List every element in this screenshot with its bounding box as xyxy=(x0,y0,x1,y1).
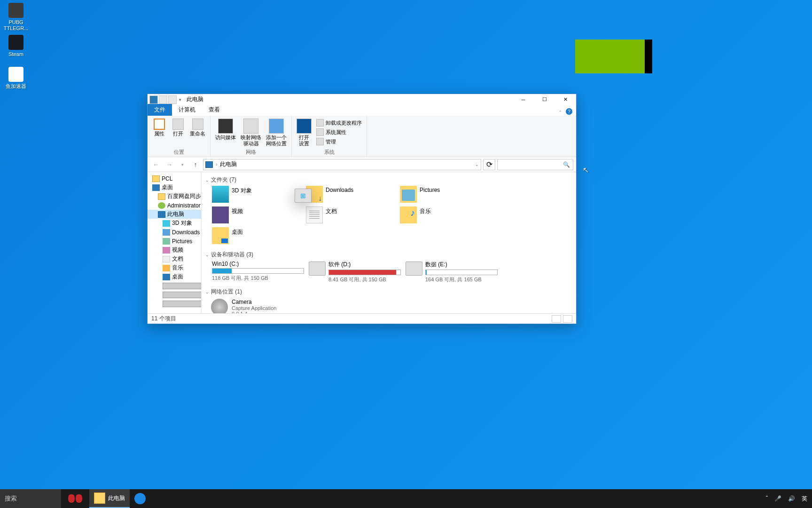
desktop-icon[interactable]: 鱼加速器 xyxy=(2,67,30,89)
tree-node[interactable]: 桌面 xyxy=(148,272,201,281)
refresh-button[interactable]: ⟳ xyxy=(483,159,495,170)
folder-item[interactable]: 视频 xyxy=(211,206,305,226)
tree-node[interactable]: PCL xyxy=(148,174,201,183)
tray-mic-icon[interactable]: 🎤 xyxy=(774,495,781,502)
folder-item[interactable]: Downloads xyxy=(305,185,399,206)
address-bar[interactable]: › 此电脑 ⌄ xyxy=(203,159,481,170)
drive-bar xyxy=(328,270,401,275)
tray-ime[interactable]: 英 xyxy=(802,495,807,503)
tree-node[interactable]: Pictures xyxy=(148,237,201,246)
folder-item[interactable]: Pictures xyxy=(399,185,493,206)
recent-dropdown[interactable]: ▾ xyxy=(177,159,188,170)
desktop-icon[interactable]: Steam xyxy=(2,35,30,57)
close-button[interactable]: ✕ xyxy=(555,94,576,105)
taskbar-search[interactable]: 搜索 xyxy=(0,489,61,508)
folder-item[interactable]: 音乐 xyxy=(399,206,493,226)
tree-label: Pictures xyxy=(172,238,192,245)
collapse-ribbon-icon[interactable]: ˆ xyxy=(557,111,564,116)
section-drives-header[interactable]: ⌄设备和驱动器 (3) xyxy=(205,250,572,260)
navbar: ← → ▾ ↑ › 此电脑 ⌄ ⟳ 🔍 xyxy=(148,157,576,172)
folder-label: 3D 对象 xyxy=(232,186,252,195)
pc-icon xyxy=(205,161,213,168)
doc-icon xyxy=(306,206,323,223)
tree-label: 此电脑 xyxy=(167,210,184,218)
sysprops-button[interactable]: 系统属性 xyxy=(314,128,364,136)
tab-view[interactable]: 查看 xyxy=(202,104,226,116)
properties-button[interactable]: 属性 xyxy=(150,118,168,148)
up-button[interactable]: ↑ xyxy=(190,159,201,170)
vid-icon xyxy=(212,206,229,223)
qat-button[interactable] xyxy=(159,95,167,104)
minimize-button[interactable]: ─ xyxy=(513,94,534,105)
drive-name: Win10 (C:) xyxy=(212,261,304,267)
addr-dropdown-icon[interactable]: ⌄ xyxy=(475,162,479,167)
tree-node[interactable]: Downloads xyxy=(148,228,201,237)
qat-button[interactable] xyxy=(168,95,177,104)
addr-text[interactable]: 此电脑 xyxy=(220,160,237,168)
taskbar-explorer[interactable]: 此电脑 xyxy=(89,489,130,508)
netloc-name: Camera xyxy=(232,299,276,305)
uninstall-button[interactable]: 卸载或更改程序 xyxy=(314,119,364,127)
tree-label: 百度网盘同步空 xyxy=(167,192,202,200)
tree-node[interactable]: 音乐 xyxy=(148,263,201,272)
tree-node[interactable]: 桌面 xyxy=(148,183,201,192)
netloc-item[interactable]: Camera Capture Application 8.0.1.4 xyxy=(205,297,572,313)
folder-item[interactable]: 3D 对象 xyxy=(211,185,305,206)
tree-node[interactable]: 视频 xyxy=(148,246,201,254)
drive-item[interactable]: 数据 (E:) 164 GB 可用, 共 165 GB xyxy=(405,260,499,284)
section-folders-header[interactable]: ⌄文件夹 (7) xyxy=(205,175,572,185)
tab-computer[interactable]: 计算机 xyxy=(172,104,202,116)
titlebar[interactable]: ▾ 此电脑 ─ ☐ ✕ xyxy=(148,94,576,105)
content-pane[interactable]: ⌄文件夹 (7) 3D 对象 Downloads Pictures 视频 文档 … xyxy=(202,172,576,313)
desktop-icon-label: Steam xyxy=(2,51,30,57)
folder-item[interactable]: 桌面 xyxy=(211,226,305,247)
tree-node[interactable]: 文档 xyxy=(148,254,201,263)
dl-icon xyxy=(163,229,170,236)
add-netloc-button[interactable]: 添加一个 网络位置 xyxy=(264,118,289,148)
open-button[interactable]: 打开 xyxy=(169,118,187,148)
desktop-icon-label: PUBG TTLEGR... xyxy=(2,19,30,32)
search-input[interactable]: 🔍 xyxy=(497,159,573,170)
tab-file[interactable]: 文件 xyxy=(148,104,172,116)
forward-button[interactable]: → xyxy=(164,159,175,170)
tree-node[interactable]: 3D 对象 xyxy=(148,219,201,228)
tree-node[interactable]: 此电脑 xyxy=(148,210,201,219)
tree-node[interactable]: 百度网盘同步空 xyxy=(148,192,201,201)
tree-node[interactable]: Win10 (C:) xyxy=(148,281,201,290)
drive-item[interactable]: 软件 (D:) 8.41 GB 可用, 共 150 GB xyxy=(308,260,402,284)
explorer-window: ▾ 此电脑 ─ ☐ ✕ 文件 计算机 查看 ˆ ? 属性 打开 重命名 位置 访… xyxy=(147,94,577,324)
back-button[interactable]: ← xyxy=(150,159,162,170)
folder-item[interactable]: 文档 xyxy=(305,206,399,226)
access-media-button[interactable]: 访问媒体 xyxy=(213,118,238,148)
tray-chevron-icon[interactable]: ˆ xyxy=(766,495,768,502)
folder-label: 视频 xyxy=(232,206,243,215)
folder-label: Pictures xyxy=(420,186,440,193)
tree-node[interactable]: Administrator xyxy=(148,201,201,210)
tree-label: Administrator xyxy=(167,202,201,209)
vid-icon xyxy=(163,247,170,254)
map-drive-button[interactable]: 映射网络 驱动器 xyxy=(239,118,263,148)
lantern-icon[interactable] xyxy=(61,489,89,508)
view-icons-button[interactable] xyxy=(563,315,572,323)
qat-dropdown-icon[interactable]: ▾ xyxy=(178,97,183,102)
view-details-button[interactable] xyxy=(552,315,561,323)
camera-icon xyxy=(211,299,228,313)
tree-node[interactable]: 软件 (D:) xyxy=(148,290,201,299)
rename-button[interactable]: 重命名 xyxy=(188,118,207,148)
drive-item[interactable]: Win10 (C:) 118 GB 可用, 共 150 GB xyxy=(211,260,305,284)
nav-tree: PCL 桌面 百度网盘同步空 Administrator 此电脑 3D 对象 D… xyxy=(148,172,202,313)
open-settings-button[interactable]: 打开 设置 xyxy=(295,118,313,148)
desktop-icon[interactable]: PUBG TTLEGR... xyxy=(2,3,30,32)
app-icon xyxy=(8,35,23,50)
maximize-button[interactable]: ☐ xyxy=(534,94,555,105)
drive-icon xyxy=(163,301,202,307)
music-icon xyxy=(163,265,170,271)
help-icon[interactable]: ? xyxy=(566,108,572,115)
desktop-icon xyxy=(163,274,170,280)
taskbar-app[interactable] xyxy=(130,489,157,508)
manage-button[interactable]: 管理 xyxy=(314,137,364,146)
tray-volume-icon[interactable]: 🔊 xyxy=(788,495,795,502)
tree-node[interactable]: 数据 (E:) xyxy=(148,299,201,308)
tree-label: 文档 xyxy=(172,255,183,263)
section-netloc-header[interactable]: ⌄网络位置 (1) xyxy=(205,287,572,297)
